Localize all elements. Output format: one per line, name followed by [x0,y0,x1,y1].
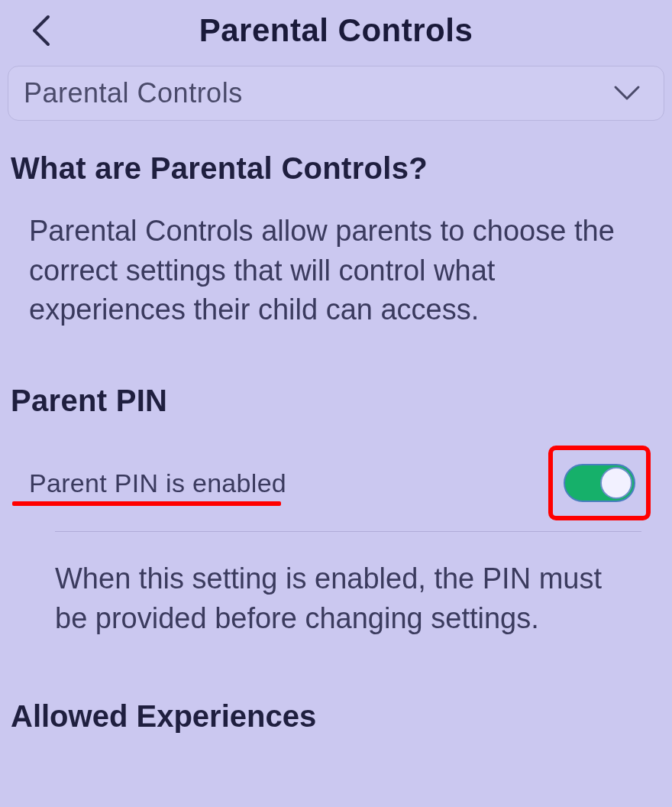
chevron-down-icon [613,85,641,102]
pin-label-wrap: Parent PIN is enabled [29,468,286,498]
dropdown-label: Parental Controls [24,77,243,109]
pin-enabled-label: Parent PIN is enabled [29,468,286,497]
toggle-knob [600,467,632,499]
page-header: Parental Controls [0,0,672,61]
annotation-highlight-box [548,446,651,520]
intro-body: Parental Controls allow parents to choos… [0,193,672,338]
pin-heading: Parent PIN [0,338,672,426]
pin-description: When this setting is enabled, the PIN mu… [0,532,672,646]
chevron-left-icon [30,14,53,47]
back-button[interactable] [23,12,60,49]
pin-toggle[interactable] [564,464,635,502]
allowed-heading: Allowed Experiences [0,646,672,734]
pin-toggle-row: Parent PIN is enabled [29,446,651,520]
intro-heading: What are Parental Controls? [0,121,672,193]
page-title: Parental Controls [0,12,672,49]
annotation-underline [12,501,281,506]
section-dropdown[interactable]: Parental Controls [8,66,664,121]
